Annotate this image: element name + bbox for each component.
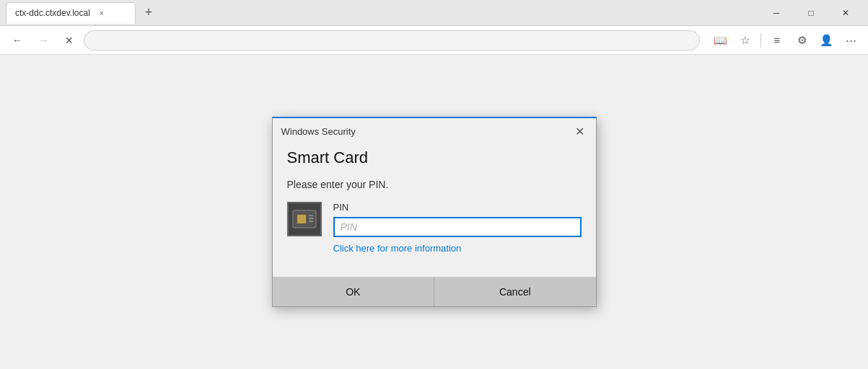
more-info-link[interactable]: Click here for more information xyxy=(333,243,582,254)
windows-security-dialog: Windows Security ✕ Smart Card Please ent… xyxy=(272,117,597,307)
window-close-button[interactable]: ✕ xyxy=(829,0,862,26)
more-button[interactable]: ⋯ xyxy=(839,29,862,52)
svg-rect-6 xyxy=(309,215,313,216)
stop-button[interactable]: ✕ xyxy=(58,29,81,52)
new-tab-button[interactable]: + xyxy=(139,3,159,23)
favorites-button[interactable]: ☆ xyxy=(733,29,756,52)
pin-input[interactable] xyxy=(333,217,582,237)
browser-window: ctx-ddc.ctxdev.local × + ─ □ ✕ ← → ✕ 📖 ☆… xyxy=(0,0,868,369)
tab-close-button[interactable]: × xyxy=(96,7,108,19)
svg-rect-8 xyxy=(309,221,313,222)
pin-section: PIN Click here for more information xyxy=(333,202,582,254)
ok-button[interactable]: OK xyxy=(273,277,435,306)
dialog-subtitle: Please enter your PIN. xyxy=(287,179,582,190)
dialog-titlebar: Windows Security ✕ xyxy=(273,118,596,143)
dialog-footer: OK Cancel xyxy=(273,277,596,306)
reader-button[interactable]: 📖 xyxy=(709,29,732,52)
maximize-button[interactable]: □ xyxy=(794,0,828,26)
toolbar-icons: 📖 ☆ ≡ ⚙ 👤 ⋯ xyxy=(709,29,862,52)
page-content: Windows Security ✕ Smart Card Please ent… xyxy=(0,55,868,369)
svg-rect-1 xyxy=(297,215,306,223)
tab-label: ctx-ddc.ctxdev.local xyxy=(15,8,90,18)
smartcard-svg xyxy=(291,206,317,232)
profile-button[interactable]: 👤 xyxy=(815,29,838,52)
active-tab[interactable]: ctx-ddc.ctxdev.local × xyxy=(6,2,136,24)
tab-bar: ctx-ddc.ctxdev.local × + xyxy=(6,0,760,25)
tools-button[interactable]: ⚙ xyxy=(790,29,813,52)
dialog-overlay: Windows Security ✕ Smart Card Please ent… xyxy=(0,55,868,369)
forward-button[interactable]: → xyxy=(32,29,55,52)
svg-rect-7 xyxy=(309,218,313,219)
dialog-window-title: Windows Security xyxy=(281,126,356,137)
minimize-button[interactable]: ─ xyxy=(760,0,793,26)
toolbar-divider xyxy=(760,33,761,48)
cancel-button[interactable]: Cancel xyxy=(434,277,596,306)
smartcard-icon xyxy=(287,202,322,236)
dialog-body: Smart Card Please enter your PIN. xyxy=(273,143,596,277)
dialog-close-button[interactable]: ✕ xyxy=(573,124,587,138)
address-bar[interactable] xyxy=(84,30,700,50)
dialog-heading: Smart Card xyxy=(287,148,582,167)
window-controls: ─ □ ✕ xyxy=(760,0,862,26)
back-button[interactable]: ← xyxy=(6,29,29,52)
title-bar: ctx-ddc.ctxdev.local × + ─ □ ✕ xyxy=(0,0,868,26)
toolbar: ← → ✕ 📖 ☆ ≡ ⚙ 👤 ⋯ xyxy=(0,26,868,55)
pin-label: PIN xyxy=(333,202,582,213)
dialog-content-row: PIN Click here for more information xyxy=(287,202,582,254)
hub-button[interactable]: ≡ xyxy=(766,29,789,52)
